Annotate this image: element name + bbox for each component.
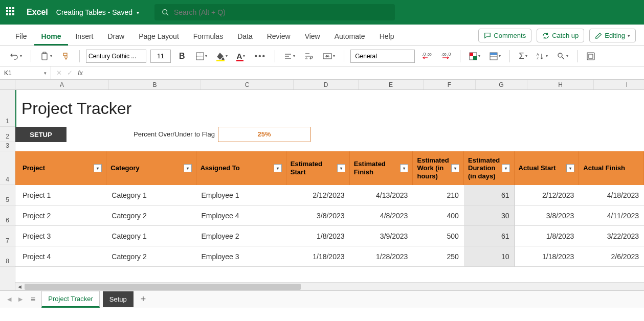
add-sheet-icon[interactable]: + bbox=[137, 294, 150, 305]
format-painter-button[interactable] bbox=[59, 50, 73, 63]
find-button[interactable]: ▾ bbox=[554, 50, 571, 62]
formula-input[interactable] bbox=[88, 66, 644, 79]
number-format-select[interactable]: General bbox=[350, 50, 415, 63]
header-act-start[interactable]: Actual Start▾ bbox=[515, 151, 580, 185]
font-color-button[interactable]: A ▾ bbox=[234, 50, 248, 62]
chevron-down-icon[interactable]: ▾ bbox=[137, 10, 139, 15]
format-table-button[interactable]: ▾ bbox=[487, 50, 503, 62]
tab-page-layout[interactable]: Page Layout bbox=[131, 27, 186, 45]
header-est-start[interactable]: Estimated Start▾ bbox=[286, 151, 350, 185]
col-header-E[interactable]: E bbox=[359, 80, 424, 89]
fx-icon[interactable]: fx bbox=[78, 69, 83, 77]
wrap-text-button[interactable]: ab bbox=[302, 50, 316, 62]
cell-act-finish[interactable]: 4/18/2023 bbox=[579, 185, 644, 205]
catch-up-button[interactable]: Catch up bbox=[537, 29, 584, 42]
filter-icon[interactable]: ▾ bbox=[566, 164, 574, 172]
cell-act-start[interactable]: 3/8/2023 bbox=[515, 205, 580, 226]
setup-button[interactable]: SETUP bbox=[15, 127, 66, 142]
editing-mode-button[interactable]: Editing ▾ bbox=[589, 29, 636, 42]
tab-review[interactable]: Review bbox=[260, 27, 298, 45]
cell-assigned[interactable]: Employee 2 bbox=[196, 226, 286, 246]
cell-act-start[interactable]: 1/8/2023 bbox=[515, 226, 580, 246]
tab-draw[interactable]: Draw bbox=[100, 27, 131, 45]
tab-help[interactable]: Help bbox=[372, 27, 402, 45]
header-act-finish[interactable]: Actual Finish bbox=[579, 151, 644, 185]
row-header-8[interactable]: 8 bbox=[0, 246, 15, 267]
filter-icon[interactable]: ▾ bbox=[184, 164, 192, 172]
font-name-select[interactable]: Century Gothic ... bbox=[86, 50, 146, 63]
col-header-G[interactable]: G bbox=[476, 80, 527, 89]
row-header-5[interactable]: 5 bbox=[0, 185, 15, 205]
app-launcher-icon[interactable] bbox=[6, 7, 16, 17]
cell-est-finish[interactable]: 4/13/2023 bbox=[350, 185, 413, 205]
cell-est-finish[interactable]: 4/8/2023 bbox=[350, 205, 413, 226]
autosum-button[interactable]: Σ▾ bbox=[516, 49, 530, 63]
header-assigned[interactable]: Assigned To▾ bbox=[196, 151, 286, 185]
borders-button[interactable]: ▾ bbox=[193, 50, 210, 62]
cell-est-finish[interactable]: 1/28/2023 bbox=[350, 246, 413, 267]
col-header-D[interactable]: D bbox=[294, 80, 359, 89]
filter-icon[interactable]: ▾ bbox=[502, 164, 510, 172]
sheet-menu-icon[interactable]: ≡ bbox=[28, 295, 38, 304]
cell-category[interactable]: Category 1 bbox=[106, 185, 196, 205]
cell-est-start[interactable]: 2/12/2023 bbox=[286, 185, 350, 205]
sort-filter-button[interactable]: AZ▾ bbox=[534, 50, 550, 62]
cell-project[interactable]: Project 1 bbox=[15, 185, 106, 205]
search-input[interactable] bbox=[174, 8, 388, 16]
scroll-left-icon[interactable]: ◀ bbox=[15, 283, 24, 291]
tab-file[interactable]: File bbox=[8, 27, 34, 45]
cell-act-start[interactable]: 2/12/2023 bbox=[515, 185, 580, 205]
paste-button[interactable]: ▾ bbox=[37, 50, 55, 63]
font-size-select[interactable]: 11 bbox=[150, 50, 171, 63]
cell-project[interactable]: Project 3 bbox=[15, 226, 106, 246]
cell-project[interactable]: Project 4 bbox=[15, 246, 106, 267]
sheet-title[interactable]: Project Tracker bbox=[15, 90, 643, 127]
cell-project[interactable]: Project 2 bbox=[15, 205, 106, 226]
cell-assigned[interactable]: Employee 4 bbox=[196, 205, 286, 226]
row-header-3[interactable]: 3 bbox=[0, 142, 15, 151]
cell-duration[interactable]: 10 bbox=[464, 246, 515, 267]
cell-est-start[interactable]: 1/18/2023 bbox=[286, 246, 350, 267]
filter-icon[interactable]: ▾ bbox=[451, 164, 459, 172]
tab-insert[interactable]: Insert bbox=[68, 27, 100, 45]
col-header-H[interactable]: H bbox=[527, 80, 594, 89]
sheet-tab-setup[interactable]: Setup bbox=[103, 291, 134, 307]
row-header-6[interactable]: 6 bbox=[0, 205, 15, 226]
tab-formulas[interactable]: Formulas bbox=[186, 27, 230, 45]
col-header-I[interactable]: I bbox=[594, 80, 644, 89]
header-est-finish[interactable]: Estimated Finish▾ bbox=[350, 151, 413, 185]
header-category[interactable]: Category▾ bbox=[106, 151, 196, 185]
increase-decimal-button[interactable]: .00.0 bbox=[438, 50, 454, 63]
cell-assigned[interactable]: Employee 3 bbox=[196, 246, 286, 267]
cell-duration[interactable]: 30 bbox=[464, 205, 515, 226]
col-header-A[interactable]: A bbox=[15, 80, 109, 89]
decrease-decimal-button[interactable]: .0.00 bbox=[419, 50, 434, 63]
cell-category[interactable]: Category 2 bbox=[106, 246, 196, 267]
cell-work[interactable]: 400 bbox=[413, 205, 464, 226]
cell-duration[interactable]: 61 bbox=[464, 185, 515, 205]
cell-work[interactable]: 500 bbox=[413, 226, 464, 246]
cell-act-finish[interactable]: 4/11/2023 bbox=[579, 205, 644, 226]
tab-view[interactable]: View bbox=[298, 27, 327, 45]
more-font-button[interactable]: ••• bbox=[252, 50, 269, 63]
sheet-tab-project-tracker[interactable]: Project Tracker bbox=[41, 291, 99, 308]
row-header-4[interactable]: 4 bbox=[0, 151, 15, 185]
filter-icon[interactable]: ▾ bbox=[94, 164, 102, 172]
cell-category[interactable]: Category 2 bbox=[106, 205, 196, 226]
search-box[interactable] bbox=[154, 4, 395, 20]
col-header-C[interactable]: C bbox=[201, 80, 294, 89]
sheet-prev-icon[interactable]: ◀ bbox=[5, 294, 13, 305]
cell-work[interactable]: 210 bbox=[413, 185, 464, 205]
tab-home[interactable]: Home bbox=[34, 27, 69, 45]
merge-button[interactable]: ▾ bbox=[320, 50, 338, 62]
cell-act-start[interactable]: 1/18/2023 bbox=[515, 246, 580, 267]
sheet-next-icon[interactable]: ▶ bbox=[16, 294, 25, 305]
align-button[interactable]: ▾ bbox=[281, 50, 298, 62]
filter-icon[interactable]: ▾ bbox=[274, 164, 282, 172]
cell-duration[interactable]: 61 bbox=[464, 226, 515, 246]
bold-button[interactable]: B bbox=[175, 52, 189, 61]
col-header-F[interactable]: F bbox=[424, 80, 476, 89]
conditional-format-button[interactable]: ▾ bbox=[467, 50, 483, 62]
undo-button[interactable]: ▾ bbox=[7, 50, 25, 63]
col-header-B[interactable]: B bbox=[109, 80, 201, 89]
